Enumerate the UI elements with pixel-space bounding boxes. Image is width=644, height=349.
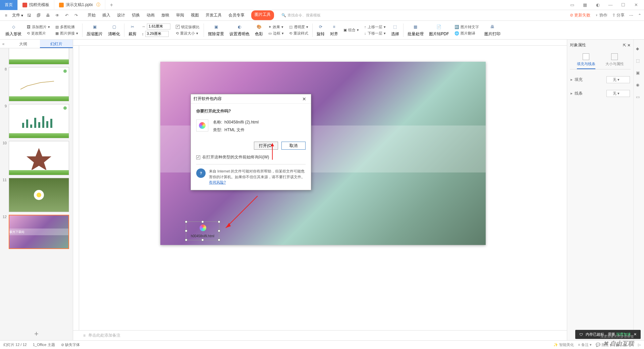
resize-handle[interactable] bbox=[218, 239, 220, 241]
chevron-icon[interactable]: ⌃ bbox=[638, 13, 641, 18]
side-icon-3[interactable]: ▣ bbox=[636, 70, 642, 77]
combine-button[interactable]: ▣组合 ▾ bbox=[343, 28, 359, 33]
resize-handle[interactable] bbox=[218, 220, 220, 223]
tab-devtools[interactable]: 开发工具 bbox=[206, 10, 222, 20]
minimize-button[interactable]: — bbox=[606, 2, 615, 7]
tab-insert[interactable]: 插入 bbox=[102, 10, 110, 20]
fill-section[interactable]: ▸填充 无 ▾ bbox=[570, 73, 631, 87]
reset-size-button[interactable]: ⟲重设大小 ▾ bbox=[176, 31, 200, 36]
close-panel-icon[interactable]: ✕ bbox=[627, 43, 631, 48]
group-insert-shape[interactable]: ◇ 插入形状 bbox=[3, 23, 24, 37]
slide-thumbnail[interactable]: 8 bbox=[1, 67, 71, 101]
compress-button[interactable]: ▣压缩图片 bbox=[84, 23, 105, 37]
add-slide-button[interactable]: + bbox=[0, 328, 73, 340]
add-tab-button[interactable]: + bbox=[105, 2, 118, 8]
cancel-button[interactable]: 取消 bbox=[281, 142, 306, 150]
size-props-tab[interactable]: 大小与属性 bbox=[605, 53, 624, 69]
share-button[interactable]: ⇪ 分享 bbox=[612, 12, 625, 18]
side-icon-1[interactable]: ◆ bbox=[636, 46, 642, 52]
dialog-close-button[interactable]: ✕ bbox=[300, 96, 308, 102]
missing-font[interactable]: ⊘ 缺失字体 bbox=[61, 342, 80, 347]
canvas-area[interactable]: h00458nifli.html bbox=[79, 46, 567, 330]
add-image-button[interactable]: 🖼添加图片 ▾ bbox=[27, 24, 50, 30]
slide-thumbnail[interactable]: 10 bbox=[1, 141, 71, 175]
translate-button[interactable]: 🌐图片翻译 bbox=[454, 31, 479, 36]
replace-image-button[interactable]: ⟲更改图片 bbox=[27, 31, 50, 36]
side-icon-5[interactable]: ▭ bbox=[636, 95, 642, 101]
layout2-icon[interactable]: ▦ bbox=[580, 2, 590, 7]
collapse-button[interactable]: « bbox=[0, 40, 7, 48]
tab-vip[interactable]: 会员专享 bbox=[228, 10, 245, 20]
slide-thumbnail[interactable] bbox=[1, 48, 71, 64]
slideshow-icon[interactable]: ▷ bbox=[638, 343, 641, 347]
toast-close-icon[interactable]: ✕ bbox=[634, 332, 637, 337]
tab-animation[interactable]: 动画 bbox=[147, 10, 155, 20]
redo-icon[interactable]: ↷ bbox=[73, 12, 79, 19]
reset-style-button[interactable]: ⟲重设样式 bbox=[289, 31, 308, 36]
print-icon[interactable]: 🖶 bbox=[45, 12, 51, 19]
resize-handle[interactable] bbox=[185, 220, 187, 223]
align-button[interactable]: ≡对齐 bbox=[327, 23, 341, 37]
slide-thumbnail[interactable]: 9 bbox=[1, 104, 71, 138]
outline-tab[interactable]: 大纲 bbox=[7, 40, 40, 48]
resize-handle[interactable] bbox=[185, 239, 187, 241]
select-button[interactable]: ⬚选择 bbox=[388, 23, 402, 37]
line-section[interactable]: ▸线条 无 ▾ bbox=[570, 87, 631, 100]
collab-button[interactable]: ♀ 协作 bbox=[595, 12, 607, 18]
line-select[interactable]: 无 ▾ bbox=[606, 90, 630, 97]
slides-tab[interactable]: 幻灯片 bbox=[40, 40, 73, 48]
undo-icon[interactable]: ↶ bbox=[63, 12, 70, 19]
tab-slideshow[interactable]: 放映 bbox=[161, 10, 169, 20]
command-search[interactable]: 🔍 查找命令、搜索模板 bbox=[281, 13, 321, 18]
tab-design[interactable]: 设计 bbox=[117, 10, 125, 20]
clarify-button[interactable]: ▢清晰化 bbox=[105, 23, 123, 37]
beautify-button[interactable]: ✨ 智能美化 bbox=[553, 342, 574, 347]
fill-select[interactable]: 无 ▾ bbox=[606, 76, 630, 83]
set-trans-color-button[interactable]: ◐设置透明色 bbox=[227, 23, 252, 37]
more-icon[interactable]: ⋯ bbox=[629, 13, 633, 18]
tab-review[interactable]: 审阅 bbox=[176, 10, 184, 20]
width-input[interactable] bbox=[147, 23, 170, 30]
height-input[interactable] bbox=[145, 31, 169, 37]
tab-transition[interactable]: 切换 bbox=[132, 10, 140, 20]
save-icon[interactable]: 🖫 bbox=[26, 12, 33, 19]
resize-handle[interactable] bbox=[201, 239, 204, 241]
lock-ratio-check[interactable]: 锁定纵横比 bbox=[176, 24, 200, 30]
multi-contour-button[interactable]: ▧多图轮播 bbox=[55, 24, 78, 30]
slide-thumbnail[interactable]: 11 bbox=[1, 178, 71, 212]
resize-handle[interactable] bbox=[218, 230, 220, 232]
pic2text-button[interactable]: 🔤图片转文字 bbox=[454, 24, 479, 30]
tab-home[interactable]: 首页 bbox=[0, 0, 18, 10]
slides-list[interactable]: 8 9 10 11 12 极光下载站 bbox=[0, 48, 73, 328]
image-stitch-button[interactable]: ▦图片拼接 ▾ bbox=[55, 31, 78, 36]
side-icon-4[interactable]: ◉ bbox=[636, 83, 642, 89]
slide-thumbnail[interactable]: 12 极光下载站 bbox=[1, 215, 71, 249]
notes-input[interactable]: ≡ 单击此处添加备注 bbox=[73, 330, 567, 340]
resize-handle[interactable] bbox=[185, 230, 187, 232]
tab-templates[interactable]: 找稻壳模板 bbox=[18, 0, 54, 10]
notes-toggle[interactable]: ≡ 备注 ▾ bbox=[578, 342, 592, 347]
tab-view[interactable]: 视图 bbox=[191, 10, 199, 20]
layout1-icon[interactable]: ▭ bbox=[568, 2, 577, 7]
open-button[interactable]: 打开(O) bbox=[254, 142, 278, 150]
pin-icon[interactable]: ⇱ bbox=[623, 43, 626, 48]
tab-start[interactable]: 开始 bbox=[88, 10, 96, 20]
hamburger-icon[interactable]: ≡ bbox=[3, 12, 9, 19]
resize-handle[interactable] bbox=[201, 220, 204, 223]
color-adjust-button[interactable]: 🎨色彩 bbox=[252, 23, 266, 37]
tab-current-file[interactable]: 演示文稿1.pptx ⓘ bbox=[54, 0, 105, 10]
border-button[interactable]: ▭边框 ▾ bbox=[268, 31, 284, 36]
maximize-button[interactable]: ☐ bbox=[619, 2, 628, 7]
saveas-icon[interactable]: 🗐 bbox=[35, 12, 42, 19]
side-icon-2[interactable]: ⬚ bbox=[636, 58, 642, 64]
selected-object[interactable]: h00458nifli.html bbox=[186, 221, 219, 240]
transparency-button[interactable]: ◫透明度 ▾ bbox=[289, 24, 308, 30]
remove-bg-button[interactable]: ▣抠除背景 bbox=[205, 23, 227, 37]
tab-picture-tools[interactable]: 图片工具 bbox=[251, 10, 274, 20]
batch-button[interactable]: ▦批量处理 bbox=[405, 23, 426, 37]
update-failed[interactable]: ⊘ 更新失败 bbox=[570, 12, 590, 18]
to-pdf-button[interactable]: 📄图片转PDF bbox=[426, 23, 452, 37]
risk-link[interactable]: 有何风险? bbox=[209, 180, 226, 184]
rotate-button[interactable]: ⟳旋转 bbox=[314, 23, 327, 37]
file-menu[interactable]: 文件 ▾ bbox=[12, 12, 23, 18]
